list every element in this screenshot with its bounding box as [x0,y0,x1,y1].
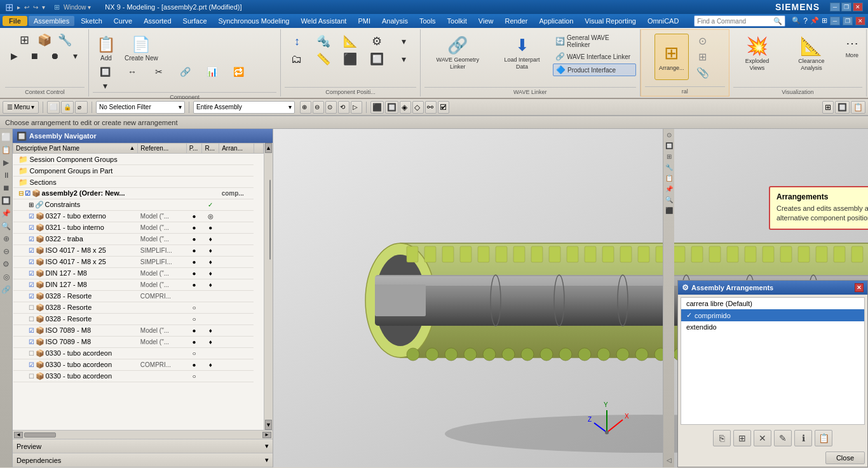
table-row[interactable]: ☑📦DIN 127 - M8Model ("...●♦ [13,279,264,291]
create-new-btn[interactable]: 📄 Create New [121,33,162,64]
sidebar-icon-12[interactable]: ◎ [2,271,11,283]
comp-pos-btn8[interactable]: ⬛ [337,51,363,67]
context-control-btn1[interactable]: ⊞ [15,32,34,48]
arrangements-list-item[interactable]: extendido [681,321,864,333]
scroll-up-btn[interactable]: ▲ [265,143,272,153]
menu-assorted[interactable]: Assorted [139,16,176,26]
sidebar-icon-11[interactable]: ⚙ [1,258,11,270]
menu-sync-modeling[interactable]: Synchronous Modeling [214,16,295,26]
table-row[interactable]: ⊞🔗Constraints✓ [13,199,264,211]
table-row[interactable]: ☑📦ISO 4017 - M8 x 25SIMPLIFI...●♦ [13,257,264,268]
table-row[interactable]: ☑📦0330 - tubo acordeonCOMPRI...●♦ [13,359,264,371]
comp-pos-btn9[interactable]: 🔲 [364,51,390,67]
wave-geometry-linker-btn[interactable]: 🔗 WAVE Geometry Linker [424,33,492,73]
table-row[interactable]: 📁Sections [13,177,264,188]
sidebar-icon-1[interactable]: ⬜ [0,131,12,143]
comp-pos-btn5[interactable]: ▾ [391,33,416,50]
menu-assemblies[interactable]: Assemblies [29,16,74,26]
col-arr[interactable]: Arran... [219,144,254,154]
menu-omnicad[interactable]: OmniCAD [642,16,684,26]
arr-properties-btn[interactable]: 📋 [815,430,832,446]
table-row[interactable]: ☑📦0327 - tubo externoModel ("...●◎ [13,211,264,222]
more-btn[interactable]: ⋯ More [842,33,862,61]
comp-btn4[interactable]: 🔗 [173,65,198,78]
table-row[interactable]: ☑📦0322 - trabaModel ("...●♦ [13,234,264,245]
table-row[interactable]: 📁Session Component Groups [13,154,264,165]
selection-filter-dropdown[interactable]: No Selection Filter ▾ [96,101,185,114]
hscroll-left[interactable]: ◄ [14,432,23,438]
comp-btn2[interactable]: ↔ [119,65,145,78]
arrangements-large-btn[interactable]: ⊞ Arrange... [654,34,689,80]
arrangements-list-item[interactable]: carrera libre (Default) [681,298,864,309]
table-row[interactable]: ☑📦DIN 127 - M8Model ("...●♦ [13,268,264,279]
comp-pos-btn3[interactable]: 📐 [337,33,363,50]
comp-btn6[interactable]: 🔁 [226,65,252,78]
comp-pos-btn2[interactable]: 🔩 [311,33,336,50]
vp-sidebar-6[interactable]: 📌 [664,184,674,194]
vp-sidebar-3[interactable]: ⊞ [665,152,673,161]
ribbon-controls[interactable]: ⊞ [822,17,827,25]
clearance-analysis-btn[interactable]: 📐 Clearance Analysis [783,33,839,74]
product-interface-btn[interactable]: 🔷 Product Interface [553,64,636,76]
vp-sidebar-2[interactable]: 🔲 [664,141,674,150]
table-row[interactable]: ☑📦0321 - tubo internoModel ("...●● [13,222,264,234]
arrangements-close-btn[interactable]: Close [825,451,865,464]
context-control-btn3[interactable]: 🔧 [55,32,74,48]
menu-tools[interactable]: Tools [414,16,441,26]
arr-edit-btn[interactable]: ✎ [774,430,792,446]
menu-close[interactable]: ✕ [855,17,865,25]
toolbar-icon-3[interactable]: ⌀ [75,101,88,114]
toolbar-view-5[interactable]: ⚯ [425,101,437,114]
menu-toolkit[interactable]: Toolkit [442,16,472,26]
table-row[interactable]: ☐📦0330 - tubo acordeon○ [13,348,264,359]
table-row[interactable]: ☑📦ISO 7089 - M8Model ("...●♦ [13,337,264,348]
arr-right-btn3[interactable]: 📎 [690,65,715,80]
load-interpart-btn[interactable]: ⬇ Load Interpart Data [494,33,550,73]
help-btn[interactable]: ? [803,17,808,25]
sidebar-icon-5[interactable]: ⏹ [1,182,11,194]
toolbar-icon-1[interactable]: ⬜ [47,101,60,114]
menu-visual-reporting[interactable]: Visual Reporting [580,16,641,26]
sidebar-icon-9[interactable]: ⊕ [2,233,11,244]
menu-render[interactable]: Render [499,16,532,26]
context-btn7[interactable]: ▾ [65,50,85,62]
comp-pos-btn7[interactable]: 📏 [311,51,336,67]
sidebar-icon-6[interactable]: 🔲 [0,195,12,206]
menu-minimize[interactable]: ─ [830,17,840,25]
table-row[interactable]: ☑📦ISO 7089 - M8Model ("...●♦ [13,325,264,337]
arr-info-btn[interactable]: ℹ [794,430,812,446]
col-name[interactable]: Descriptive Part Name ▲ [13,144,138,154]
arr-right-btn2[interactable]: ⊞ [690,50,715,64]
scroll-down-btn[interactable]: ▼ [265,420,272,430]
sidebar-icon-8[interactable]: 🔍 [0,220,12,232]
hscroll-thumb[interactable] [24,432,56,438]
titlebar-controls[interactable]: ─ ❐ ✕ [830,3,863,11]
table-row[interactable]: ☑📦ISO 4017 - M8 x 25SIMPLIFI...●♦ [13,245,264,257]
arrangements-list-item[interactable]: ✓ comprimido [681,309,864,321]
exploded-views-btn[interactable]: 💥 Exploded Views [733,33,781,74]
sidebar-icon-3[interactable]: ▶ [2,157,10,168]
sidebar-icon-4[interactable]: ⏸ [1,170,11,181]
toolbar-nav-1[interactable]: ⊕ [300,101,311,114]
menu-surface[interactable]: Surface [178,16,212,26]
table-row[interactable]: ☑📦0328 - ResorteCOMPRI... [13,291,264,302]
scroll-thumb[interactable] [269,180,271,260]
menu-application[interactable]: Application [534,16,579,26]
close-button[interactable]: ✕ [853,3,863,11]
add-component-btn[interactable]: 📋 Add [93,33,119,64]
arr-right-btn1[interactable]: ⊙ [690,34,715,48]
comp-pos-btn1[interactable]: ↕ [284,33,309,50]
wave-interface-linker-btn[interactable]: 🔗 WAVE Interface Linker [553,51,636,62]
menu-weld[interactable]: Weld Assistant [295,16,351,26]
arr-delete-btn[interactable]: ✕ [754,430,771,446]
sidebar-icon-7[interactable]: 📌 [0,208,12,219]
toolbar-right-1[interactable]: ⊞ [822,101,834,114]
comp-btn3[interactable]: ✂ [146,65,172,78]
pin-btn[interactable]: 📌 [810,17,819,25]
sidebar-icon-2[interactable]: 📋 [0,144,12,156]
col-p[interactable]: P... [186,144,202,154]
table-row[interactable]: ☐📦0328 - Resorte○ [13,314,264,325]
comp-pos-btn6[interactable]: 🗂 [284,51,309,67]
toolbar-view-3[interactable]: ◈ [400,101,411,114]
vp-sidebar-9[interactable]: ◁ [665,455,673,465]
